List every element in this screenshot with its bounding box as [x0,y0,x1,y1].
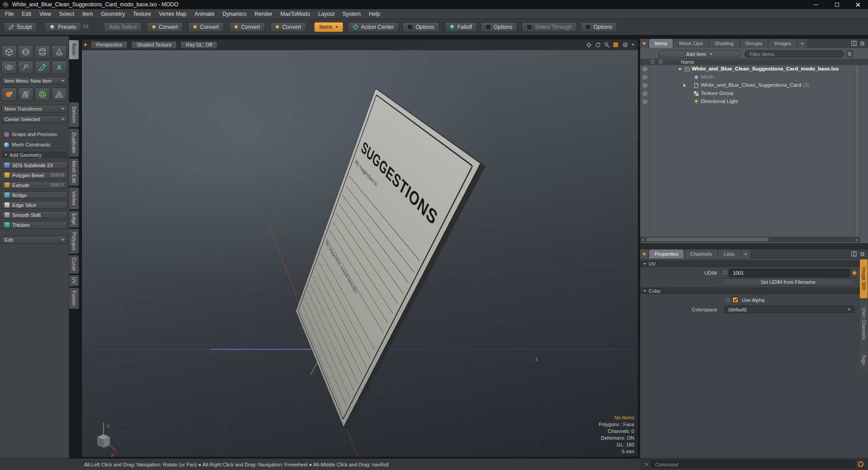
item-row-scene-root[interactable]: White_and_Blue_Clean_Suggestions_Card_mo… [640,65,860,73]
eye-icon[interactable] [642,83,648,88]
menu-item-texture[interactable]: Texture [129,11,155,17]
colorspace-dropdown[interactable]: (default) [724,306,854,313]
tab-add[interactable]: + [797,39,807,48]
color-section-header[interactable]: Color [640,287,860,294]
menu-item-help[interactable]: Help [365,11,384,17]
menu-item-dynamics[interactable]: Dynamics [218,11,250,17]
scroll-right-arrow[interactable]: ▸ [854,237,860,242]
command-history-icon[interactable] [858,461,863,467]
item-row-mesh[interactable]: Mesh [640,73,860,81]
menu-item-select[interactable]: Select [55,11,78,17]
tab-basic[interactable]: Basic [69,40,79,60]
panel-splitter[interactable] [640,243,868,249]
menu-item-vertex-map[interactable]: Vertex Map [155,11,191,17]
mesh-constraints-row[interactable]: Mesh Constraints [1,141,67,149]
use-alpha-checkbox[interactable] [732,297,738,303]
tab-mesh-edit[interactable]: Mesh Edit [69,158,79,186]
tab-shading[interactable]: Shading [709,39,739,48]
sidetab-user-channels[interactable]: User Channels [860,300,868,348]
tab-groups[interactable]: Groups [740,39,768,48]
tool-polygon-bevel[interactable]: Polygon BevelShift-B [1,171,67,179]
alpha-channel-ring-icon[interactable] [726,298,730,302]
tool-smooth-shift[interactable]: Smooth Shift [1,211,67,219]
udim-input[interactable] [729,269,850,277]
close-button[interactable] [847,0,868,9]
viewport-menu-icon[interactable] [85,43,87,47]
items-horizontal-scrollbar[interactable]: ◂ ▸ [640,237,860,242]
tab-deform[interactable]: Deform [69,102,79,127]
filter-items-input[interactable] [745,50,844,58]
sphere-wire-tool-button[interactable] [35,88,50,101]
expander-closed-icon[interactable] [684,84,686,87]
scroll-thumb[interactable] [856,65,859,237]
viewport-canvas[interactable]: z Y X SUGGESTIONS My suggestion is: My s… [82,50,638,457]
panel-layout-icon[interactable] [851,251,857,257]
cube-tool-button[interactable] [1,45,17,59]
triangle-mesh-tool-button[interactable] [52,88,67,101]
tab-channels[interactable]: Channels [684,249,717,258]
eye-icon[interactable] [642,67,648,71]
falloff-button[interactable]: Falloff [445,22,477,32]
sculpt-button[interactable]: Sculpt [4,22,37,32]
falloff-options-button[interactable]: Options [481,22,517,32]
action-center-options-button[interactable]: Options [402,22,439,32]
sidetab-image-still[interactable]: Image Still [860,259,868,298]
sphere-tool-button[interactable] [18,45,33,59]
panel-menu-stub[interactable] [640,249,648,258]
sidetab-tags[interactable]: Tags [860,350,868,370]
item-menu-dropdown[interactable]: Item Menu: New Item [1,77,67,85]
paint-tool-button[interactable] [1,88,17,101]
zoom-view-icon[interactable] [604,42,610,48]
eye-icon[interactable] [642,99,648,104]
move-view-icon[interactable] [586,42,592,48]
tab-items[interactable]: Items [649,39,673,48]
mesh-paint-tool-button[interactable] [18,88,33,101]
viewport-tab-shaded-texture[interactable]: Shaded Texture [131,41,177,49]
menu-item-render[interactable]: Render [250,11,276,17]
presets-button[interactable]: Presets [45,22,81,32]
gear-icon[interactable] [859,251,865,257]
tab-mesh-ops[interactable]: Mesh Ops [674,39,708,48]
curve-pen-tool-button[interactable] [35,61,50,74]
tab-lists[interactable]: Lists [718,249,740,258]
gear-icon[interactable] [859,41,865,47]
snaps-precision-row[interactable]: Snaps and Precision [1,131,67,138]
scroll-left-arrow[interactable]: ◂ [640,237,646,242]
minimize-button[interactable] [806,0,826,9]
viewport-tab-perspective[interactable]: Perspective [91,41,127,49]
set-udim-button[interactable]: Set UDIM from Filename [722,278,854,286]
cone-tool-button[interactable] [52,45,67,59]
tab-duplicate[interactable]: Duplicate [69,128,79,157]
auto-select-button[interactable]: Auto Select [104,22,142,32]
uv-section-header[interactable]: UV [640,260,860,267]
eye-icon[interactable] [642,75,648,80]
tab-properties[interactable]: Properties [649,249,684,258]
tool-thicken[interactable]: Thicken [1,221,67,229]
item-row-texture-group[interactable]: Texture Group [640,89,860,98]
item-row-suggestions-card[interactable]: White_and_Blue_Clean_Suggestions_Card(3) [640,81,860,89]
menu-item-layout[interactable]: Layout [314,11,339,17]
edit-dropdown[interactable]: Edit [1,236,67,244]
text-tool-button[interactable]: A [52,61,67,74]
tab-vertex[interactable]: Vertex [69,187,79,210]
items-mode-button[interactable]: Items [314,22,343,32]
menu-item-file[interactable]: File [1,11,18,17]
convert-button-3[interactable]: Convert [229,22,265,32]
viewport-tab-raygl[interactable]: Ray GL: Off [180,41,217,49]
axis-gizmo[interactable]: Y X [97,423,116,457]
command-input[interactable] [651,461,855,468]
convert-button-1[interactable]: Convert [147,22,183,32]
panel-menu-stub[interactable] [640,39,648,48]
add-item-dropdown[interactable]: Add Item [659,50,740,58]
items-vertical-scrollbar[interactable] [855,65,859,237]
center-selected-dropdown[interactable]: Center Selected [1,115,67,123]
action-center-button[interactable]: Action Center [348,22,399,32]
tab-uv[interactable]: UV [69,275,79,287]
scroll-thumb[interactable] [646,238,769,241]
cylinder-tool-button[interactable] [35,45,50,59]
convert-button-2[interactable]: Convert [188,22,224,32]
menu-item-geometry[interactable]: Geometry [97,11,129,17]
gear-icon[interactable] [622,42,628,48]
udim-channel-ring-icon[interactable] [723,271,727,275]
tool-sds-subdivide[interactable]: SDS Subdivide 2X [1,161,67,169]
